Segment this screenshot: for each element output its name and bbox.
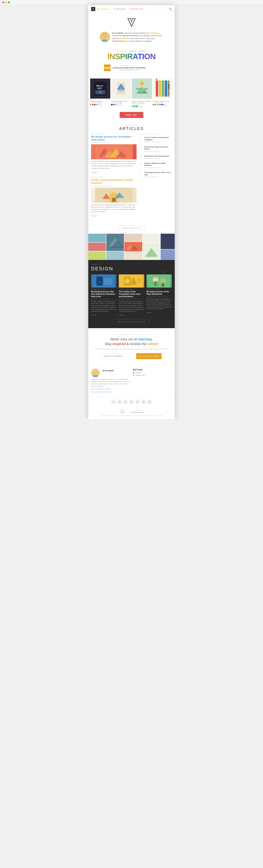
social-icon-facebook[interactable]: f [111,400,116,404]
social-icon-linkedin[interactable]: in [129,400,134,404]
svg-rect-27 [162,81,164,97]
popular-title-5[interactable]: The design process of the Arriva logo [144,172,172,176]
browser-dot-red[interactable] [2,1,4,3]
nav-logo[interactable]: V [91,7,95,11]
link-web-design[interactable]: (WEB) DESIGN [117,37,130,39]
design-card-3-continue[interactable]: continue > [147,312,153,313]
article-2-continue[interactable]: continue > [91,215,98,217]
svg-point-13 [98,91,102,94]
browser-dot-yellow[interactable] [5,1,7,3]
article-1-continue[interactable]: continue > [91,172,98,174]
nav-logo-text: V [92,8,94,10]
design-card-2-excerpt: I've been working on a book layout the p… [119,301,144,312]
svg-rect-28 [165,81,167,97]
bio-learn-more-link[interactable]: Find out more about me here. [91,388,111,390]
color-swatch [160,104,162,105]
design-decoration: Nº [160,268,169,277]
rss-label-2[interactable]: Complete feed [135,374,145,376]
newsletter-submit-button[interactable]: YES, I want to LEARN [136,353,162,359]
hero-v-logo [126,17,137,28]
bio-contact-link[interactable]: Get in touch [103,391,111,393]
link-tutorials[interactable]: TUTORIALS [149,32,159,34]
social-icon-behance[interactable]: b [147,400,152,404]
gallery-item-1[interactable]: HELLO OXO [90,79,110,99]
color-swatch [158,104,160,105]
gallery-cap-2-text: Playing with negative space, [111,100,131,102]
popular-title-4[interactable]: Create a lighthouse Adobe Illustrator [144,162,172,166]
download-icon[interactable]: ↓ [100,104,103,106]
mosaic-block [124,234,142,242]
article-1-excerpt: I've been working on a book layout the p… [91,160,137,169]
newsletter-email-input[interactable] [101,353,136,359]
inspiration-icon: ♡ [128,8,130,10]
link-design-process[interactable]: DESIGN PROCESS [122,35,139,37]
article-item-2: GRAPHIC DESIGN Create a beach illustrati… [91,177,137,217]
article-2-title[interactable]: Create a beach illustration in Adobe Ill… [91,179,137,184]
popular-title-3[interactable]: Responsive web design basics [144,155,169,157]
craft-value: Craft [120,411,124,413]
download-icon[interactable]: ↓ [140,105,142,108]
skillshare-logo-text: Uskill [104,66,111,69]
hero-established: EST. 2002 [91,28,172,30]
color-swatch [94,104,95,105]
article-1-title[interactable]: My design process for Trusmakers book la… [91,135,137,141]
gallery-colors-4: ↓ [153,104,173,106]
color-swatch [92,104,93,105]
rss-section: RSS Feeds Inspiration Complete feed [133,369,172,393]
design-card-3-title[interactable]: My design process of the Pepo illustrati… [147,290,172,295]
link-inspiration[interactable]: INSPIRATION [112,40,124,42]
skillshare-logo: Uskill [104,64,111,71]
craft-label: Crafted by [119,410,126,411]
popular-meta-5: FRIDAY, JAN 6TH 2017 [144,176,172,178]
popular-num-4: 4 [139,162,143,166]
bio-question-text: Have a question? [91,391,103,393]
article-1-thumb [91,144,137,159]
hero-section: EST. 2002 Hi, I'm Veerle. Start your vis… [88,13,175,45]
popular-title-2[interactable]: End-of-year design resources bundle [144,146,172,150]
rss-label-1[interactable]: Inspiration [135,372,142,374]
nav-item-articles[interactable]: ✎ ARTICLES [114,8,125,10]
design-card-1-thumb: UX [91,274,116,287]
popular-num-2: 2 [139,146,143,149]
svg-rect-44 [112,198,116,202]
design-card-1: UX GRAPHIC DESIGN My design process of t… [91,274,116,316]
gallery-colors-2: ↓ [111,104,131,106]
design-card-1-category: GRAPHIC DESIGN [91,289,116,290]
gallery-cap-2-author: — via Ray Oranges [111,102,131,103]
newsletter-desc: I'll send you a weekly newsletter with n… [92,348,171,350]
inspiration-section: STUCK? need some INSPIRATION Uskill BROU… [88,45,175,79]
browser-dot-green[interactable] [8,1,10,3]
more-articles-button[interactable]: MORE ARTICLES [118,226,145,231]
design-section: more in DESIGN Nº UX GRAPHIC DESIGN My d… [88,260,175,328]
mosaic-col-3 [124,234,142,260]
social-icon-dribbble[interactable]: d [141,400,146,404]
social-icon-pinterest[interactable]: p [135,400,140,404]
social-icon-googleplus[interactable]: g [123,400,128,404]
design-card-1-continue[interactable]: continue > [91,314,97,316]
search-icon[interactable]: 🔍 [169,7,172,11]
popular-title-1[interactable]: Learn to create a vertical fixed navigat… [144,136,172,141]
color-swatch [132,105,134,107]
browser-dots [2,1,10,3]
nav-item-tutorials[interactable]: ▣ TUTORIALS [97,8,111,10]
design-card-2-title[interactable]: The creation of the Trustmakers book cov… [119,290,144,298]
gallery-item-2[interactable] [111,79,131,99]
social-icon-twitter[interactable]: t [117,400,122,404]
gallery-item-4[interactable]: 4 [153,79,173,99]
download-icon[interactable]: ↓ [119,104,121,106]
fuel-up-button[interactable]: FUEL UP! [120,112,144,118]
popular-item-2: 2 End-of-year design resources bundle MO… [139,146,172,154]
design-card-2-continue[interactable]: continue > [119,314,125,316]
color-swatch [162,104,164,105]
gallery-cap-4-author: — via Steve Wolf [153,102,173,103]
nav-item-inspiration[interactable]: ♡ INSPIRATION [128,8,143,10]
gallery-item-3[interactable]: HAPPY 2016 [132,79,152,99]
footer-logo-created: ◇ Created with Michael Heilson [131,406,144,413]
bio-avatar-img [91,369,99,377]
more-design-articles-button[interactable]: MORE DESIGN ARTICLES [114,319,149,324]
article-item-1: GRAPHIC DESIGN My design process for Tru… [91,133,137,174]
download-icon[interactable]: ↓ [164,104,167,106]
design-card-1-title[interactable]: My design process of the User Experience… [91,290,116,298]
skillshare-cta[interactable]: Try SKILLSHARE now for free [119,69,139,71]
color-swatch [113,104,114,105]
